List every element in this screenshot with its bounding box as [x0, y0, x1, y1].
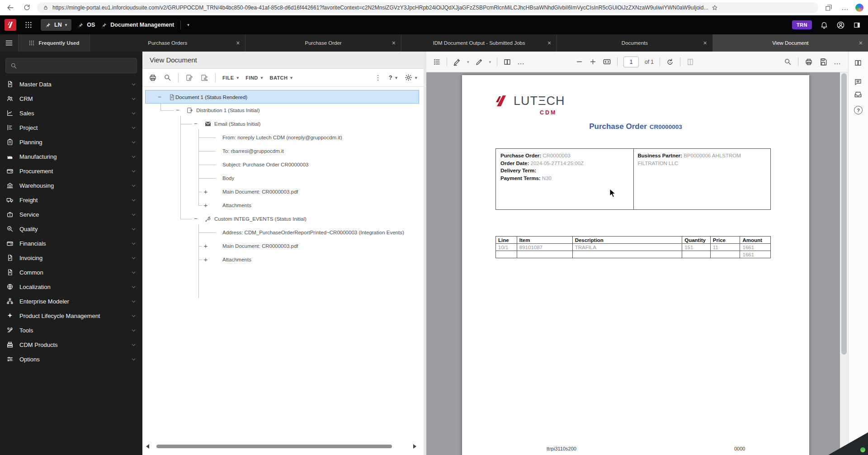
tab-close-icon[interactable]: × — [236, 39, 240, 47]
tree-leaf-subject[interactable]: Subject: Purchase Order CR0000003 — [142, 158, 424, 171]
tab-close-icon[interactable]: × — [703, 39, 707, 47]
edit-document-run-icon[interactable] — [200, 74, 208, 82]
find-menu[interactable]: FIND▾ — [245, 75, 263, 81]
chevron-down-icon[interactable]: ▾ — [65, 23, 67, 27]
more-options-icon[interactable]: … — [834, 58, 841, 66]
sidebar-item-project[interactable]: Project — [0, 120, 142, 135]
browser-menu-icon[interactable]: … — [839, 2, 851, 14]
browser-back-icon[interactable] — [5, 2, 16, 14]
zoom-out-icon[interactable] — [576, 58, 583, 66]
sidebar-item-invoicing[interactable]: Invoicing — [0, 251, 142, 265]
pdf-viewer-canvas[interactable]: LUTΞCH CDM Purchase OrderCR0000003 Purch… — [426, 72, 848, 455]
right-panel-toggle-icon[interactable] — [853, 21, 861, 29]
tab-documents[interactable]: Documents × — [557, 34, 712, 52]
tab-idm-document-output[interactable]: IDM Document Output - Submitted Jobs × — [401, 34, 557, 52]
rotate-icon[interactable] — [666, 58, 674, 66]
sidebar-item-common[interactable]: Common — [0, 265, 142, 280]
tree-node-custom-integ-events[interactable]: − Custom INTEG_EVENTS (Status Initial) — [142, 212, 424, 226]
tab-close-icon[interactable]: × — [547, 39, 551, 47]
layout-columns-icon[interactable] — [854, 59, 862, 67]
inbox-tray-icon[interactable] — [854, 90, 862, 99]
bookmark-star-icon[interactable] — [712, 5, 718, 11]
zoom-in-icon[interactable] — [589, 58, 597, 66]
tree-node-main-document[interactable]: + Main Document: CR0000003.pdf — [142, 239, 424, 253]
settings-menu[interactable]: ▾ — [405, 74, 417, 81]
user-profile-icon[interactable] — [836, 21, 845, 29]
tree-leaf-from[interactable]: From: noreply Lutech CDM (noreply@gruppo… — [142, 131, 424, 144]
highlighter-icon[interactable] — [453, 58, 461, 66]
sidebar-search[interactable] — [5, 58, 137, 73]
scrollbar-thumb[interactable] — [156, 445, 392, 448]
sidebar-item-manufacturing[interactable]: Manufacturing — [0, 149, 142, 164]
pinned-app-document-management[interactable]: Document Management — [101, 22, 174, 28]
fit-width-icon[interactable] — [603, 57, 611, 66]
file-menu[interactable]: FILE▾ — [222, 75, 239, 81]
search-in-document-icon[interactable] — [784, 58, 792, 66]
tree-node-attachments[interactable]: + Attachments — [142, 253, 424, 266]
tree-node-email[interactable]: − Email (Status Initial) — [142, 117, 424, 131]
expand-toggle[interactable]: + — [203, 199, 209, 212]
search-input[interactable] — [21, 62, 132, 69]
expand-toggle[interactable]: + — [203, 185, 209, 199]
more-tools-icon[interactable]: … — [517, 58, 524, 66]
help-circle-icon[interactable]: ? — [854, 106, 863, 114]
thumbnails-panel-icon[interactable] — [433, 58, 441, 66]
search-icon[interactable] — [164, 74, 171, 81]
sidebar-item-cdm-products[interactable]: CDM Products — [0, 337, 142, 352]
draw-pen-icon[interactable] — [475, 58, 483, 66]
tab-view-document[interactable]: View Document × — [712, 34, 868, 52]
chevron-down-icon[interactable]: ▾ — [489, 60, 491, 64]
tree-node-main-document[interactable]: + Main Document: CR0000003.pdf — [142, 185, 424, 199]
sidebar-item-master-data[interactable]: Master Data — [0, 77, 142, 91]
save-icon[interactable] — [819, 58, 827, 66]
tree-leaf-body[interactable]: Body — [142, 171, 424, 185]
expand-toggle[interactable]: + — [203, 239, 209, 253]
sidebar-item-enterprise-modeler[interactable]: Enterprise Modeler — [0, 294, 142, 308]
app-launcher-icon[interactable] — [23, 19, 34, 31]
sidebar-item-planning[interactable]: Planning — [0, 135, 142, 149]
tab-close-icon[interactable]: × — [859, 39, 863, 47]
notifications-bell-icon[interactable] — [820, 21, 828, 29]
more-actions-kebab-icon[interactable]: ⋮ — [375, 74, 382, 81]
browser-reload-icon[interactable] — [21, 2, 33, 14]
sidebar-item-warehousing[interactable]: Warehousing — [0, 178, 142, 193]
sidebar-item-financials[interactable]: Financials — [0, 236, 142, 251]
scrollbar-thumb[interactable] — [841, 73, 847, 355]
sidebar-item-crm[interactable]: CRM — [0, 91, 142, 106]
batch-menu[interactable]: BATCH▾ — [270, 75, 293, 81]
collapse-toggle[interactable]: − — [193, 117, 199, 131]
tab-purchase-order[interactable]: Purchase Order × — [245, 34, 401, 52]
horizontal-scrollbar[interactable] — [142, 443, 421, 450]
two-page-view-icon[interactable] — [503, 58, 511, 66]
tab-close-icon[interactable]: × — [392, 39, 396, 47]
site-info-icon[interactable] — [42, 5, 49, 11]
help-menu[interactable]: ?▾ — [389, 74, 397, 81]
vertical-scrollbar[interactable] — [840, 72, 848, 455]
pinned-app-os[interactable]: OS — [78, 22, 95, 28]
collapse-toggle[interactable]: − — [193, 212, 199, 226]
collections-icon[interactable] — [823, 2, 835, 14]
print-icon[interactable] — [805, 58, 813, 66]
sidebar-item-quality[interactable]: Quality — [0, 222, 142, 236]
collapse-toggle[interactable]: − — [175, 104, 181, 117]
sidebar-item-freight[interactable]: Freight — [0, 193, 142, 207]
tree-node-distribution[interactable]: − Distribution 1 (Status Initial) — [142, 104, 424, 117]
chat-icon[interactable] — [854, 78, 862, 86]
tree-leaf-address[interactable]: Address: CDM_PurchaseOrderReportPrinted~… — [142, 226, 424, 239]
tree-node-attachments[interactable]: + Attachments — [142, 199, 424, 212]
tree-node-document[interactable]: − Document 1 (Status Rendered) — [145, 90, 419, 104]
sidebar-item-tools[interactable]: Tools — [0, 323, 142, 337]
sidebar-item-product-lifecycle-management[interactable]: Product Lifecycle Management — [0, 308, 142, 323]
sidebar-item-procurement[interactable]: Procurement — [0, 164, 142, 178]
menu-hamburger-icon[interactable] — [0, 34, 18, 52]
expand-toggle[interactable]: + — [203, 253, 209, 266]
tab-frequently-used[interactable]: Frequently Used — [18, 34, 90, 52]
collapse-toggle[interactable]: − — [156, 90, 163, 104]
infor-logo[interactable] — [5, 19, 16, 31]
edit-document-icon[interactable] — [185, 74, 193, 82]
pinned-app-ln[interactable]: LN ▾ — [41, 19, 71, 31]
sidebar-item-localization[interactable]: Localization — [0, 280, 142, 294]
sidebar-item-options[interactable]: Options — [0, 352, 142, 366]
url-text[interactable]: https://mingle-portal.eu1.inforcloudsuit… — [52, 5, 708, 11]
print-icon[interactable] — [149, 74, 157, 82]
